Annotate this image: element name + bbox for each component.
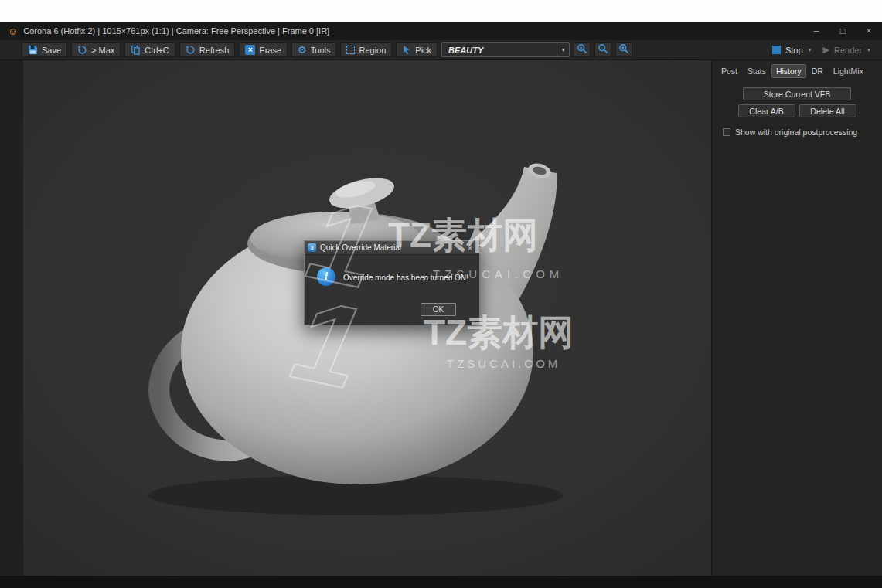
quick-override-dialog: 3 Quick Override Material × i Override m… [304, 240, 480, 325]
save-icon [28, 45, 38, 55]
send-to-max-button[interactable]: > Max [71, 42, 121, 57]
window-title: Corona 6 (Hotfix 2) | 1015×761px (1:1) |… [23, 26, 329, 36]
minimize-button[interactable]: – [803, 22, 829, 40]
zoom-out-icon [577, 43, 587, 57]
render-controls: Stop ▼ ▶ Render ▼ [769, 45, 874, 55]
corona-logo-icon: ☺ [8, 26, 18, 36]
zoom-reset-icon [598, 43, 608, 57]
max-app-icon: 3 [308, 243, 316, 252]
postprocessing-checkbox-label: Show with original postprocessing [735, 127, 857, 137]
pick-cursor-icon [402, 45, 411, 55]
dialog-body: i Override mode has been turned ON! OK [305, 255, 479, 325]
zoom-in-button[interactable] [615, 42, 632, 57]
dialog-title: Quick Override Material [320, 243, 401, 252]
chevron-down-icon[interactable]: ▼ [557, 43, 569, 56]
clear-ab-button[interactable]: Clear A/B [738, 104, 795, 117]
render-viewport[interactable]: 3 Quick Override Material × i Override m… [23, 60, 711, 576]
copy-icon [131, 45, 141, 55]
zoom-in-icon [618, 43, 629, 57]
circular-arrow-icon [77, 45, 87, 55]
render-play-icon: ▶ [823, 45, 829, 55]
delete-all-button[interactable]: Delete All [799, 104, 856, 117]
sidebar: Post Stats History DR LightMix Store Cur… [711, 60, 882, 576]
tab-lightmix[interactable]: LightMix [829, 64, 868, 78]
desktop-background [0, 0, 882, 22]
tab-stats[interactable]: Stats [743, 64, 771, 78]
corona-vfb-window: ☺ Corona 6 (Hotfix 2) | 1015×761px (1:1)… [0, 22, 882, 588]
tools-button[interactable]: ⚙ Tools [291, 42, 336, 57]
dialog-titlebar[interactable]: 3 Quick Override Material × [305, 241, 479, 255]
copy-button[interactable]: Ctrl+C [124, 42, 175, 57]
save-button[interactable]: Save [22, 42, 67, 57]
gear-icon: ⚙ [298, 45, 307, 55]
stop-button[interactable]: Stop ▼ [769, 46, 816, 55]
maximize-button[interactable]: □ [829, 22, 856, 40]
ok-button[interactable]: OK [421, 303, 456, 316]
dialog-close-icon[interactable]: × [464, 243, 476, 253]
dialog-message: Override mode has been turned ON! [343, 274, 468, 282]
window-controls: – □ × [803, 22, 882, 40]
region-icon [346, 46, 355, 54]
close-button[interactable]: × [856, 22, 882, 40]
refresh-button[interactable]: Refresh [179, 42, 236, 57]
store-current-vfb-button[interactable]: Store Current VFB [743, 87, 851, 100]
region-button[interactable]: Region [340, 42, 392, 57]
render-dropdown-icon[interactable]: ▼ [867, 48, 871, 53]
render-pass-value: BEAUTY [448, 46, 483, 55]
postprocessing-checkbox[interactable] [723, 128, 730, 136]
postprocessing-option: Show with original postprocessing [723, 127, 882, 137]
tab-dr[interactable]: DR [807, 64, 828, 78]
render-pass-selector[interactable]: BEAUTY ▼ [441, 42, 570, 57]
screen: ☺ Corona 6 (Hotfix 2) | 1015×761px (1:1)… [0, 0, 882, 588]
tab-post[interactable]: Post [717, 64, 742, 78]
erase-button[interactable]: × Erase [239, 42, 288, 57]
zoom-reset-button[interactable] [594, 42, 611, 57]
stop-dropdown-icon[interactable]: ▼ [808, 48, 812, 53]
zoom-out-button[interactable] [574, 42, 591, 57]
refresh-icon [186, 45, 196, 55]
titlebar: ☺ Corona 6 (Hotfix 2) | 1015×761px (1:1)… [0, 22, 882, 40]
info-icon: i [317, 267, 335, 286]
stop-icon [772, 46, 781, 54]
window-bottom-edge [0, 576, 882, 588]
tab-history[interactable]: History [771, 64, 806, 78]
render-button[interactable]: ▶ Render ▼ [820, 45, 875, 55]
erase-x-icon: × [245, 45, 255, 55]
history-actions: Store Current VFB Clear A/B Delete All [712, 87, 882, 117]
toolbar: Save > Max Ctrl+C Refresh [0, 40, 882, 60]
pick-button[interactable]: Pick [396, 42, 438, 57]
sidebar-tabs: Post Stats History DR LightMix [712, 60, 882, 81]
